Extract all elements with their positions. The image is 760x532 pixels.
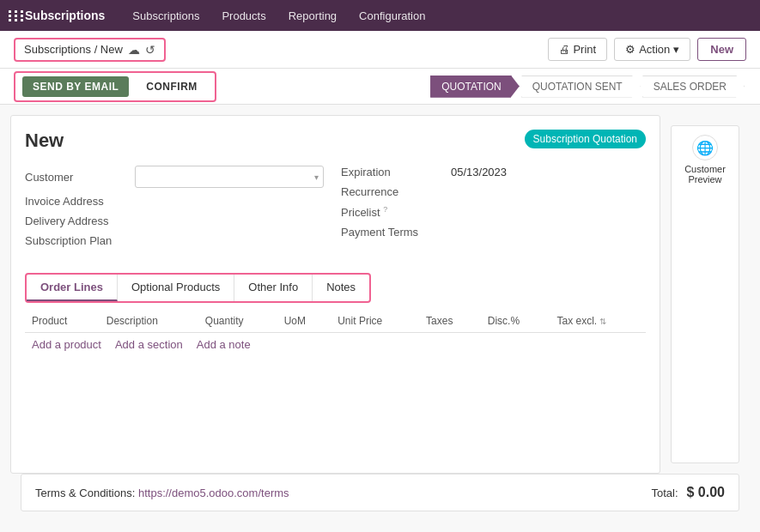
add-section-link[interactable]: Add a section [115, 338, 183, 351]
toolbar-left: Subscriptions / New ☁ ↺ [14, 38, 166, 62]
customer-preview-label: Customer Preview [676, 164, 734, 184]
delivery-address-row: Delivery Address [25, 215, 324, 227]
total-area: Total: $ 0.00 [651, 485, 725, 500]
col-unit-price: Unit Price [331, 310, 419, 333]
col-product: Product [25, 310, 100, 333]
pricelist-row: Pricelist ? [341, 205, 629, 219]
add-row: Add a product Add a section Add a note [25, 333, 646, 356]
status-sales-order[interactable]: SALES ORDER [642, 76, 745, 98]
toolbar: Subscriptions / New ☁ ↺ 🖨 Print ⚙ Action… [0, 31, 760, 69]
subscription-plan-row: Subscription Plan [25, 234, 324, 247]
tab-other-info[interactable]: Other Info [234, 275, 313, 301]
tab-optional-products[interactable]: Optional Products [118, 275, 234, 301]
terms-area: Terms & Conditions: https://demo5.odoo.c… [35, 487, 289, 499]
col-taxes: Taxes [419, 310, 481, 333]
invoice-address-row: Invoice Address [25, 195, 324, 208]
total-value: $ 0.00 [687, 485, 725, 500]
subscription-badge: Subscription Quotation [525, 130, 646, 148]
delivery-address-label: Delivery Address [25, 215, 128, 227]
status-quotation-sent[interactable]: QUOTATION SENT [521, 76, 641, 98]
nav-reporting[interactable]: Reporting [278, 4, 347, 27]
customer-preview-panel[interactable]: 🌐 Customer Preview [671, 125, 739, 463]
customer-row: Customer ▾ [25, 166, 324, 188]
top-nav: Subscriptions Subscriptions Products Rep… [0, 0, 760, 31]
col-quantity: Quantity [198, 310, 277, 333]
new-button[interactable]: New [697, 38, 746, 61]
tab-order-lines[interactable]: Order Lines [27, 275, 118, 301]
tab-notes[interactable]: Notes [313, 275, 369, 301]
grid-icon[interactable] [9, 10, 25, 21]
nav-subscriptions[interactable]: Subscriptions [122, 4, 210, 27]
app-name: Subscriptions [25, 9, 105, 22]
action-button[interactable]: ⚙ Action ▾ [614, 38, 690, 61]
status-quotation-sent-label: QUOTATION SENT [532, 81, 623, 93]
recurrence-row: Recurrence [341, 185, 629, 198]
nav-configuration[interactable]: Configuration [349, 4, 435, 27]
col-uom: UoM [277, 310, 331, 333]
expiration-row: Expiration 05/13/2023 [341, 166, 629, 178]
status-quotation[interactable]: QUOTATION [430, 76, 520, 98]
col-tax-excl: Tax excl. ⇅ [550, 310, 646, 333]
action-buttons-group: SEND BY EMAIL CONFIRM [14, 71, 216, 102]
cloud-icon[interactable]: ☁ [128, 43, 140, 57]
expiration-label: Expiration [341, 166, 444, 178]
expiration-value: 05/13/2023 [451, 166, 507, 178]
toolbar-right: 🖨 Print ⚙ Action ▾ New [548, 38, 746, 61]
sort-icon: ⇅ [599, 317, 606, 326]
order-table: Product Description Quantity UoM Unit Pr… [25, 310, 646, 333]
tabs-section: Order Lines Optional Products Other Info… [25, 273, 371, 303]
main-wrapper: New Subscription Quotation Customer ▾ In [0, 105, 760, 532]
form-left-col: Customer ▾ Invoice Address Delivery Addr… [25, 166, 341, 254]
invoice-address-label: Invoice Address [25, 195, 128, 208]
customer-preview-globe-icon: 🌐 [692, 135, 718, 160]
pricelist-label: Pricelist ? [341, 205, 444, 219]
status-quotation-label: QUOTATION [441, 81, 502, 93]
chevron-down-icon: ▾ [673, 43, 679, 56]
form-area: New Subscription Quotation Customer ▾ In [10, 115, 660, 474]
gear-icon: ⚙ [625, 43, 635, 56]
customer-label: Customer [25, 171, 128, 184]
breadcrumb: Subscriptions / New [24, 43, 123, 56]
col-description: Description [100, 310, 198, 333]
add-note-link[interactable]: Add a note [197, 338, 251, 351]
recurrence-label: Recurrence [341, 185, 444, 198]
send-email-button[interactable]: SEND BY EMAIL [22, 76, 129, 97]
print-button[interactable]: 🖨 Print [548, 38, 607, 61]
refresh-icon[interactable]: ↺ [145, 43, 155, 57]
subscription-plan-label: Subscription Plan [25, 234, 128, 247]
form-title: New [25, 130, 64, 152]
confirm-button[interactable]: CONFIRM [136, 76, 208, 97]
nav-items: Subscriptions Products Reporting Configu… [122, 4, 435, 27]
content-row: New Subscription Quotation Customer ▾ In [0, 105, 760, 474]
action-label: Action [639, 43, 670, 56]
footer-section: Terms & Conditions: https://demo5.odoo.c… [21, 474, 739, 511]
form-grid: Customer ▾ Invoice Address Delivery Addr… [25, 166, 646, 254]
action-row: SEND BY EMAIL CONFIRM QUOTATION QUOTATIO… [0, 69, 760, 105]
status-pipeline: QUOTATION QUOTATION SENT SALES ORDER [430, 76, 746, 98]
status-sales-order-label: SALES ORDER [654, 81, 727, 93]
total-label: Total: [651, 487, 678, 499]
customer-input[interactable] [135, 166, 324, 188]
form-title-row: New Subscription Quotation [25, 130, 646, 152]
terms-label: Terms & Conditions: [35, 487, 135, 499]
col-disc: Disc.% [481, 310, 550, 333]
customer-select-wrapper: ▾ [135, 166, 324, 188]
payment-terms-label: Payment Terms [341, 226, 444, 239]
form-right-col: Expiration 05/13/2023 Recurrence Priceli… [341, 166, 646, 254]
add-product-link[interactable]: Add a product [32, 338, 101, 351]
breadcrumb-section: Subscriptions / New ☁ ↺ [14, 38, 166, 62]
payment-terms-row: Payment Terms [341, 226, 629, 239]
nav-products[interactable]: Products [211, 4, 276, 27]
terms-link[interactable]: https://demo5.odoo.com/terms [138, 487, 289, 499]
